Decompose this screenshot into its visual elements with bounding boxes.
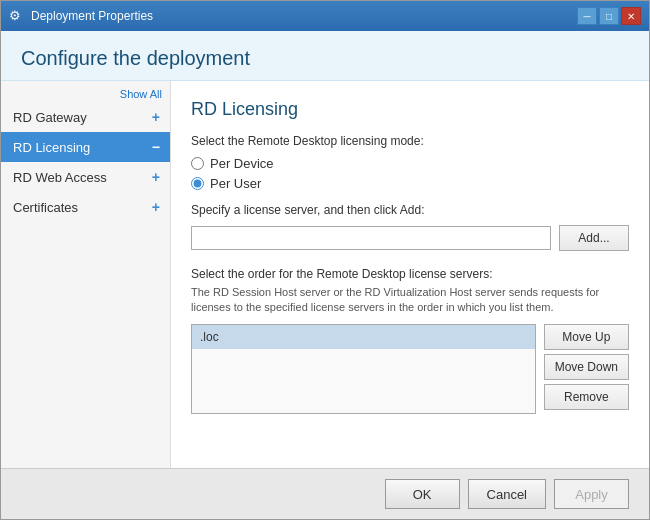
server-order-area: .loc Move Up Move Down Remove	[191, 324, 629, 414]
sidebar: Show All RD Gateway + RD Licensing − RD …	[1, 81, 171, 468]
show-all-link[interactable]: Show All	[1, 86, 170, 102]
window-title: Deployment Properties	[31, 9, 153, 23]
radio-group-licensing-mode: Per Device Per User	[191, 156, 629, 191]
sidebar-item-certificates[interactable]: Certificates +	[1, 192, 170, 222]
server-list-item[interactable]: .loc	[192, 325, 535, 349]
radio-per-device[interactable]	[191, 157, 204, 170]
order-buttons: Move Up Move Down Remove	[544, 324, 629, 414]
apply-button[interactable]: Apply	[554, 479, 629, 509]
maximize-button[interactable]: □	[599, 7, 619, 25]
cancel-button[interactable]: Cancel	[468, 479, 546, 509]
sidebar-item-icon-rd-licensing: −	[152, 139, 160, 155]
radio-label-per-user[interactable]: Per User	[210, 176, 261, 191]
licensing-mode-label: Select the Remote Desktop licensing mode…	[191, 134, 629, 148]
move-down-button[interactable]: Move Down	[544, 354, 629, 380]
sidebar-item-icon-rd-web-access: +	[152, 169, 160, 185]
content-area: Configure the deployment Show All RD Gat…	[1, 31, 649, 468]
sidebar-item-label-rd-licensing: RD Licensing	[13, 140, 90, 155]
window: ⚙ Deployment Properties ─ □ ✕ Configure …	[0, 0, 650, 520]
sidebar-item-rd-web-access[interactable]: RD Web Access +	[1, 162, 170, 192]
main-panel: RD Licensing Select the Remote Desktop l…	[171, 81, 649, 468]
sidebar-item-icon-rd-gateway: +	[152, 109, 160, 125]
footer: OK Cancel Apply	[1, 468, 649, 519]
remove-button[interactable]: Remove	[544, 384, 629, 410]
page-header: Configure the deployment	[1, 31, 649, 81]
move-up-button[interactable]: Move Up	[544, 324, 629, 350]
panel-title: RD Licensing	[191, 99, 629, 120]
license-server-input[interactable]	[191, 226, 551, 250]
add-button[interactable]: Add...	[559, 225, 629, 251]
sidebar-item-label-rd-gateway: RD Gateway	[13, 110, 87, 125]
sidebar-item-rd-licensing[interactable]: RD Licensing −	[1, 132, 170, 162]
radio-row-per-user: Per User	[191, 176, 629, 191]
close-button[interactable]: ✕	[621, 7, 641, 25]
title-bar: ⚙ Deployment Properties ─ □ ✕	[1, 1, 649, 31]
window-icon: ⚙	[9, 8, 25, 24]
window-controls: ─ □ ✕	[577, 7, 641, 25]
ok-button[interactable]: OK	[385, 479, 460, 509]
radio-label-per-device[interactable]: Per Device	[210, 156, 274, 171]
radio-per-user[interactable]	[191, 177, 204, 190]
radio-row-per-device: Per Device	[191, 156, 629, 171]
order-section-label: Select the order for the Remote Desktop …	[191, 267, 629, 281]
page-title: Configure the deployment	[21, 47, 250, 69]
sidebar-item-rd-gateway[interactable]: RD Gateway +	[1, 102, 170, 132]
main-content: Show All RD Gateway + RD Licensing − RD …	[1, 81, 649, 468]
server-list: .loc	[191, 324, 536, 414]
minimize-button[interactable]: ─	[577, 7, 597, 25]
sidebar-item-label-rd-web-access: RD Web Access	[13, 170, 107, 185]
license-input-row: Add...	[191, 225, 629, 251]
order-note: The RD Session Host server or the RD Vir…	[191, 285, 629, 316]
sidebar-item-label-certificates: Certificates	[13, 200, 78, 215]
license-server-label: Specify a license server, and then click…	[191, 203, 629, 217]
sidebar-item-icon-certificates: +	[152, 199, 160, 215]
